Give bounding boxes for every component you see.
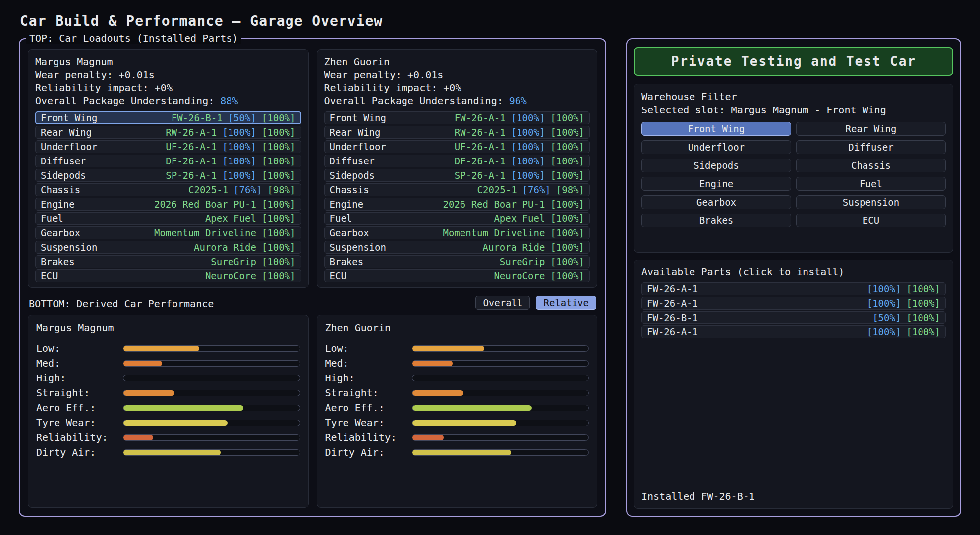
toggle-overall-button[interactable]: Overall xyxy=(475,296,530,310)
part-values: [50%][100%] xyxy=(872,312,940,323)
part-pct-2: [100%] xyxy=(262,141,296,152)
package-understanding: Overall Package Understanding:96% xyxy=(324,94,590,107)
perf-bar-track xyxy=(412,434,589,441)
reliability-impact: Reliability impact: +0% xyxy=(35,81,301,94)
perf-bar-track xyxy=(123,449,300,456)
loadout-row-engine[interactable]: Engine 2026 Red Boar PU-1[100%] xyxy=(35,198,301,211)
perf-bar-track xyxy=(412,420,589,426)
filter-slot-underfloor[interactable]: Underfloor xyxy=(641,140,791,154)
part-values: FW-26-B-1[50%][100%] xyxy=(172,112,296,123)
part-slot-label: Suspension xyxy=(330,242,386,253)
perf-bar-row: Tyre Wear: xyxy=(36,415,300,430)
part-pct-2: [100%] xyxy=(262,127,296,138)
loadout-row-diffuser[interactable]: Diffuser DF-26-A-1[100%][100%] xyxy=(324,155,590,167)
part-values: FW-26-A-1[100%][100%] xyxy=(455,112,584,123)
filter-slot-suspension[interactable]: Suspension xyxy=(796,195,946,209)
part-slot-label: Sidepods xyxy=(41,170,86,181)
loadout-row-gearbox[interactable]: Gearbox Momentum Driveline[100%] xyxy=(324,226,590,239)
filter-slot-sidepods[interactable]: Sidepods xyxy=(641,159,791,172)
perf-bar-track xyxy=(412,360,589,367)
loadout-row-underfloor[interactable]: Underfloor UF-26-A-1[100%][100%] xyxy=(324,140,590,153)
part-values: [100%][100%] xyxy=(867,283,940,294)
perf-bar-label: High: xyxy=(36,372,123,384)
filter-slot-ecu[interactable]: ECU xyxy=(796,214,946,227)
loadout-row-suspension[interactable]: Suspension Aurora Ride[100%] xyxy=(35,241,301,254)
loadout-row-ecu[interactable]: ECU NeuroCore[100%] xyxy=(324,269,590,282)
warehouse-filter-title: Warehouse Filter xyxy=(641,90,946,104)
available-part-row[interactable]: FW-26-A-1 [100%][100%] xyxy=(641,325,946,338)
part-slot-label: Engine xyxy=(330,199,364,210)
part-pct-1: [100%] xyxy=(511,141,545,152)
loadout-row-diffuser[interactable]: Diffuser DF-26-A-1[100%][100%] xyxy=(35,155,301,167)
available-part-row[interactable]: FW-26-B-1 [50%][100%] xyxy=(641,311,946,324)
part-slot-label: Fuel xyxy=(330,213,352,224)
part-values: Momentum Driveline[100%] xyxy=(154,227,296,238)
filter-slot-engine[interactable]: Engine xyxy=(641,177,791,191)
perf-bar-track xyxy=(123,345,300,352)
part-pct-2: [100%] xyxy=(262,256,296,267)
driver-loadout-card-margus: Margus Magnum Wear penalty: +0.01s Relia… xyxy=(28,49,309,288)
loadout-row-gearbox[interactable]: Gearbox Momentum Driveline[100%] xyxy=(35,226,301,239)
understanding-label: Overall Package Understanding: xyxy=(35,95,214,107)
filter-slot-gearbox[interactable]: Gearbox xyxy=(641,195,791,209)
loadout-row-chassis[interactable]: Chassis C2025-1[76%][98%] xyxy=(35,183,301,196)
loadout-row-suspension[interactable]: Suspension Aurora Ride[100%] xyxy=(324,241,590,254)
part-slot-label: Front Wing xyxy=(330,112,386,123)
loadout-row-rear-wing[interactable]: Rear Wing RW-26-A-1[100%][100%] xyxy=(35,126,301,139)
loadout-row-fuel[interactable]: Fuel Apex Fuel[100%] xyxy=(324,212,590,225)
part-id: Momentum Driveline xyxy=(154,227,256,238)
loadout-row-ecu[interactable]: ECU NeuroCore[100%] xyxy=(35,269,301,282)
part-pct-1: [100%] xyxy=(511,170,545,181)
perf-bar-track xyxy=(123,434,300,441)
perf-bar-fill xyxy=(412,346,485,351)
filter-slot-front-wing[interactable]: Front Wing xyxy=(641,122,791,136)
toggle-relative-button[interactable]: Relative xyxy=(536,296,596,310)
available-part-row[interactable]: FW-26-A-1 [100%][100%] xyxy=(641,282,946,295)
filter-slot-diffuser[interactable]: Diffuser xyxy=(796,140,946,154)
perf-bar-fill xyxy=(123,420,228,426)
part-slot-label: ECU xyxy=(41,270,58,281)
available-part-row[interactable]: FW-26-A-1 [100%][100%] xyxy=(641,297,946,310)
part-pct-2: [100%] xyxy=(262,199,296,210)
loadout-row-rear-wing[interactable]: Rear Wing RW-26-A-1[100%][100%] xyxy=(324,126,590,139)
part-values: RW-26-A-1[100%][100%] xyxy=(455,127,584,138)
part-pct-2: [100%] xyxy=(550,270,584,281)
loadout-row-sidepods[interactable]: Sidepods SP-26-A-1[100%][100%] xyxy=(35,169,301,182)
filter-slot-chassis[interactable]: Chassis xyxy=(796,159,946,172)
part-id: FW-26-B-1 xyxy=(172,112,223,123)
perf-bar-row: Low: xyxy=(325,341,589,356)
perf-bar-label: Straight: xyxy=(36,387,123,399)
part-values: Apex Fuel[100%] xyxy=(494,213,584,224)
part-id: DF-26-A-1 xyxy=(166,156,217,166)
loadout-row-front-wing[interactable]: Front Wing FW-26-B-1[50%][100%] xyxy=(35,111,301,124)
perf-bar-label: Med: xyxy=(36,357,123,369)
part-pct-2: [100%] xyxy=(550,256,584,267)
loadout-row-fuel[interactable]: Fuel Apex Fuel[100%] xyxy=(35,212,301,225)
filter-slot-rear-wing[interactable]: Rear Wing xyxy=(796,122,946,136)
filter-slot-fuel[interactable]: Fuel xyxy=(796,177,946,191)
loadout-row-chassis[interactable]: Chassis C2025-1[76%][98%] xyxy=(324,183,590,196)
part-slot-label: Diffuser xyxy=(41,156,86,166)
part-slot-label: Brakes xyxy=(330,256,364,267)
part-pct-1: [76%] xyxy=(233,184,262,195)
main-layout: TOP: Car Loadouts (Installed Parts) Marg… xyxy=(0,38,980,517)
part-id: DF-26-A-1 xyxy=(455,156,506,166)
perf-bar-track xyxy=(123,390,300,396)
perf-bar-fill xyxy=(412,435,444,440)
filter-slot-brakes[interactable]: Brakes xyxy=(641,214,791,227)
perf-bar-fill xyxy=(123,390,174,396)
loadout-row-brakes[interactable]: Brakes SureGrip[100%] xyxy=(324,255,590,268)
loadout-row-underfloor[interactable]: Underfloor UF-26-A-1[100%][100%] xyxy=(35,140,301,153)
part-id: Apex Fuel xyxy=(205,213,256,224)
loadout-row-sidepods[interactable]: Sidepods SP-26-A-1[100%][100%] xyxy=(324,169,590,182)
loadout-row-brakes[interactable]: Brakes SureGrip[100%] xyxy=(35,255,301,268)
part-slot-label: Diffuser xyxy=(330,156,375,166)
part-values: DF-26-A-1[100%][100%] xyxy=(166,156,295,166)
loadout-row-front-wing[interactable]: Front Wing FW-26-A-1[100%][100%] xyxy=(324,111,590,124)
part-pct-2: [100%] xyxy=(550,199,584,210)
reliability-impact: Reliability impact: +0% xyxy=(324,81,590,94)
private-testing-header-button[interactable]: Private Testing and Test Car xyxy=(634,47,953,76)
part-values: Apex Fuel[100%] xyxy=(205,213,296,224)
part-id: UF-26-A-1 xyxy=(166,141,217,152)
loadout-row-engine[interactable]: Engine 2026 Red Boar PU-1[100%] xyxy=(324,198,590,211)
